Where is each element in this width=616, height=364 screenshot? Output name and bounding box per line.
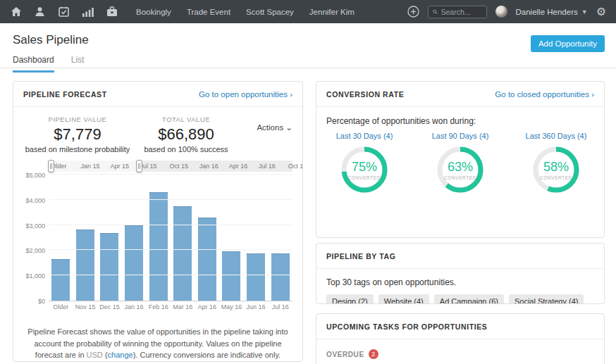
add-opportunity-button[interactable]: Add Opportunity xyxy=(531,35,605,52)
chart-bar[interactable] xyxy=(198,218,216,301)
tab-dashboard[interactable]: Dashboard xyxy=(13,55,54,73)
page-title: Sales Pipeline xyxy=(13,33,89,47)
conversion-rate-card: CONVERSION RATE Go to closed opportuniti… xyxy=(316,81,605,238)
donut-period-link[interactable]: Last 360 Days (4) xyxy=(514,132,598,140)
search-input[interactable] xyxy=(441,8,482,16)
donut-chart: 58%CONVERTED xyxy=(532,146,580,194)
donut-row: Last 30 Days (4)75%CONVERTEDLast 90 Days… xyxy=(316,132,604,194)
closed-opportunities-link[interactable]: Go to closed opportunities › xyxy=(495,90,594,99)
y-axis-tick: $5,000 xyxy=(25,172,45,179)
overdue-count-badge: 2 xyxy=(369,349,378,359)
footnote-paren: ( xyxy=(103,351,108,359)
chart-bar[interactable] xyxy=(51,259,70,301)
topbar: BookinglyTrade EventScott SpaceyJennifer… xyxy=(0,0,616,23)
tag-pill[interactable]: Ad Campaign (6) xyxy=(434,294,504,304)
user-menu[interactable]: Danielle Henders ▼ xyxy=(516,8,588,16)
conversion-donut: Last 30 Days (4)75%CONVERTED xyxy=(322,132,407,194)
tab-list[interactable]: List xyxy=(71,55,85,73)
gridline xyxy=(49,174,292,175)
tag-pill[interactable]: Website (4) xyxy=(378,294,429,304)
topbar-link[interactable]: Trade Event xyxy=(187,8,230,16)
topbar-link[interactable]: Jennifer Kim xyxy=(309,8,355,16)
search-icon xyxy=(433,8,438,15)
donut-chart: 63%CONVERTED xyxy=(436,146,484,194)
donut-caption: CONVERTED xyxy=(348,175,381,180)
slider-label: Apr 16 xyxy=(229,163,248,170)
chart-x-axis: OlderNov 15Dec 15Jan 16Feb 16Mar 16Apr 1… xyxy=(49,303,292,310)
slider-label: Jan 16 xyxy=(199,163,218,170)
home-icon[interactable] xyxy=(10,6,22,18)
topbar-right: Danielle Henders ▼ ⚙ xyxy=(407,6,606,18)
forecast-chart: $0$1,000$2,000$3,000$4,000$5,000 xyxy=(23,175,292,301)
donut-chart: 75%CONVERTED xyxy=(340,146,388,194)
chart-bar[interactable] xyxy=(76,230,94,301)
slider-handle[interactable] xyxy=(136,160,142,172)
total-value-label: TOTAL VALUE xyxy=(132,115,240,123)
cases-icon[interactable] xyxy=(106,6,118,18)
donut-center: 58%CONVERTED xyxy=(532,146,580,194)
x-axis-label: Older xyxy=(49,303,73,310)
pipeline-forecast-header: PIPELINE FORECAST Go to open opportuniti… xyxy=(13,82,302,107)
tabs: DashboardList xyxy=(13,55,84,73)
y-axis-tick: $0 xyxy=(38,298,45,305)
slider-label: Apr 15 xyxy=(111,163,130,170)
conversion-rate-title: CONVERSION RATE xyxy=(326,90,404,99)
x-axis-label: Jun 16 xyxy=(244,303,269,310)
x-axis-label: Jan 16 xyxy=(122,303,147,310)
donut-period-link[interactable]: Last 90 Days (4) xyxy=(418,132,503,140)
open-opportunities-link[interactable]: Go to open opportunities › xyxy=(199,90,292,99)
topbar-link[interactable]: Scott Spacey xyxy=(246,8,294,16)
pipeline-value-stat: PIPELINE VALUE $7,779 based on milestone… xyxy=(23,115,132,153)
change-currency-link[interactable]: change xyxy=(108,351,133,359)
chart-bar[interactable] xyxy=(173,206,192,301)
x-axis-label: Jul 16 xyxy=(268,303,292,310)
upcoming-tasks-title: UPCOMING TASKS FOR OPPORTUNITIES xyxy=(326,322,487,331)
conversion-rate-header: CONVERSION RATE Go to closed opportuniti… xyxy=(316,82,604,107)
chevron-down-icon: ▼ xyxy=(581,8,588,15)
chart-bar[interactable] xyxy=(271,253,290,301)
y-axis-tick: $2,000 xyxy=(25,247,45,254)
topbar-links: BookinglyTrade EventScott SpaceyJennifer… xyxy=(136,8,355,16)
tag-pill[interactable]: Social Strategy (4) xyxy=(509,294,584,304)
x-axis-label: Nov 15 xyxy=(73,303,98,310)
donut-period-link[interactable]: Last 30 Days (4) xyxy=(322,132,407,140)
gridline xyxy=(49,249,292,250)
chart-bar[interactable] xyxy=(222,251,240,301)
slider-label: Jul 15 xyxy=(140,163,157,170)
reports-icon[interactable] xyxy=(82,6,94,18)
slider-handle[interactable] xyxy=(48,160,54,172)
total-value-stat: TOTAL VALUE $66,890 based on 100% succes… xyxy=(132,115,240,153)
overdue-label: OVERDUE xyxy=(326,351,364,358)
chart-bar[interactable] xyxy=(149,192,168,301)
tabs-divider xyxy=(0,68,616,68)
search-box[interactable] xyxy=(428,6,487,18)
calendar-icon[interactable] xyxy=(58,6,70,18)
x-axis-label: Dec 15 xyxy=(97,303,122,310)
user-avatar[interactable] xyxy=(495,6,507,18)
pipeline-by-tag-header: PIPELINE BY TAG xyxy=(316,244,604,269)
y-axis-tick: $1,000 xyxy=(25,272,45,280)
gridline xyxy=(49,199,292,200)
quick-add-icon[interactable] xyxy=(407,6,419,18)
total-value: $66,890 xyxy=(132,125,240,144)
gear-icon[interactable]: ⚙ xyxy=(596,6,606,18)
pipeline-value-caption: based on milestone probability xyxy=(23,145,132,153)
topbar-link[interactable]: Bookingly xyxy=(136,8,171,16)
chart-bar[interactable] xyxy=(247,253,265,301)
footnote-text-after: ). Currency conversions are indicative o… xyxy=(133,351,281,359)
donut-center: 75%CONVERTED xyxy=(340,146,388,194)
conversion-donut: Last 90 Days (4)63%CONVERTED xyxy=(418,132,503,194)
actions-dropdown[interactable]: Actions ⌄ xyxy=(240,115,292,153)
y-axis-tick: $4,000 xyxy=(25,197,45,204)
date-range-slider[interactable]: OlderJan 15Apr 15Jul 15Oct 15Jan 16Apr 1… xyxy=(49,161,292,172)
footnote-currency: USD xyxy=(87,351,103,359)
chart-bar[interactable] xyxy=(100,233,118,301)
forecast-stats: PIPELINE VALUE $7,779 based on milestone… xyxy=(13,107,302,153)
slider-label: Oct 15 xyxy=(170,163,189,170)
pipeline-by-tag-title: PIPELINE BY TAG xyxy=(326,252,395,261)
contacts-icon[interactable] xyxy=(34,6,46,18)
chart-bar[interactable] xyxy=(125,225,143,301)
tag-pill[interactable]: Design (2) xyxy=(326,294,374,304)
chart-plot xyxy=(49,175,292,301)
gridline xyxy=(49,275,292,275)
